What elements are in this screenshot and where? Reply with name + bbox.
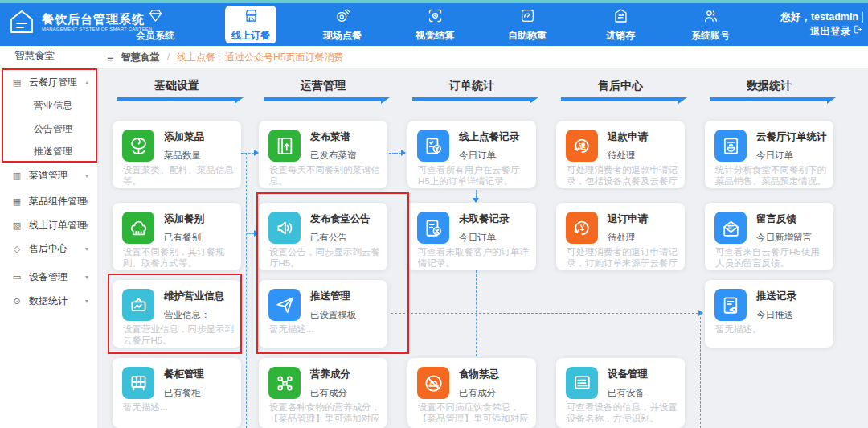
card-subtitle: 已有设备 xyxy=(608,387,645,399)
chevron-down-icon: ▾ xyxy=(85,172,88,179)
column-header-operations: 运营管理 xyxy=(259,79,387,93)
sidebar-subitem-label: 公告管理 xyxy=(34,122,72,136)
nav-onsite-ordering[interactable]: 现场点餐 xyxy=(310,3,375,46)
card-subtitle: 已设置模板 xyxy=(310,309,357,321)
divider xyxy=(862,12,863,23)
nav-inventory[interactable]: 进销存 xyxy=(588,3,653,46)
column-header-order-stats: 订单统计 xyxy=(407,79,536,93)
app-root: 餐饮后台管理系统 MANAGEMENT SYSTEM OF SMART CANT… xyxy=(0,0,868,428)
column-header-data-stats: 数据统计 xyxy=(705,79,833,93)
column-header-basic-settings: 基础设置 xyxy=(113,79,241,93)
card-device-management[interactable]: 设备管理 已有设备 可查看设备的信息，并设置设备名称，方便识别。 xyxy=(556,358,685,428)
sidebar-item-aftersales[interactable]: ◇ 售后中心 ▾ xyxy=(0,240,97,257)
card-push-management[interactable]: 推送管理 已设置模板 暂无描述... xyxy=(259,280,387,348)
mail-icon xyxy=(714,212,747,244)
card-refund-request[interactable]: 退 退款申请 待处理 可处理消费者的退款申请记录，包括设备点餐及云餐厅H5上的订… xyxy=(556,121,685,188)
card-title: 未取餐记录 xyxy=(459,212,510,226)
card-desc: 设置公告，同步显示到云餐厅H5。 xyxy=(269,246,380,269)
card-maintain-business-info[interactable]: 维护营业信息 营业信息： 设置营业信息，同步显示到云餐厅H5。 xyxy=(113,280,241,348)
card-desc: 暂无描述。 xyxy=(715,323,826,335)
nav-label: 自助称重 xyxy=(508,29,547,43)
card-desc: 可查看未取餐客户的订单详情记录。 xyxy=(418,246,529,269)
card-desc: 统计分析食堂不同餐别下的菜品销售、菜品预定情况。 xyxy=(715,164,826,187)
card-title: 添加菜品 xyxy=(164,130,204,144)
header-ribbon xyxy=(117,97,235,101)
nav-self-weighing[interactable]: 自助称重 xyxy=(495,3,559,46)
collapse-sidebar-icon[interactable]: ≡ xyxy=(107,51,114,64)
nav-member-system[interactable]: 会员系统 xyxy=(123,3,187,46)
nav-label: 系统账号 xyxy=(691,29,730,43)
nav-system-account[interactable]: 系统账号 xyxy=(678,3,743,46)
chevron-up-icon: ▴ xyxy=(85,79,88,86)
sidebar-item-dish-components[interactable]: ▦ 菜品组件管理 ▾ xyxy=(0,192,97,210)
card-title: 推送管理 xyxy=(310,290,350,303)
nav-label: 线上订餐 xyxy=(231,29,270,43)
sidebar-item-data-statistics[interactable]: ⊙ 数据统计 ▾ xyxy=(0,292,97,310)
document-x-icon xyxy=(417,212,449,244)
nav-label: 进销存 xyxy=(606,29,635,43)
card-food-taboo[interactable]: 食物禁忌 已有成分 设置不同病症饮食禁忌，【菜品管理】里可添加对应的。 xyxy=(407,358,536,428)
connector-arrow xyxy=(698,310,703,316)
sidebar-item-label: 数据统计 xyxy=(29,294,68,308)
svg-text:退: 退 xyxy=(579,142,587,150)
orders-icon: ▧ xyxy=(11,221,23,230)
unsubscribe-icon: ¥ xyxy=(566,212,598,244)
card-unclaimed-meal-records[interactable]: 未取餐记录 今日订单 可查看未取餐客户的订单详情记录。 xyxy=(407,203,536,270)
card-title: 餐柜管理 xyxy=(164,368,204,381)
sidebar-item-label: 线上订单管理 xyxy=(29,219,87,233)
header-ribbon xyxy=(710,97,827,101)
card-subtitle: 待处理 xyxy=(608,232,636,244)
breadcrumb-separator: / xyxy=(167,51,170,63)
sidebar-item-cloud-restaurant[interactable]: ▤ 云餐厅管理 ▴ xyxy=(0,73,97,91)
card-subtitle: 今日推送 xyxy=(756,309,793,321)
card-title: 发布食堂公告 xyxy=(310,212,371,226)
storefront-icon xyxy=(243,7,260,27)
chef-hat-icon xyxy=(122,212,154,244)
sidebar: 智慧食堂 ▤ 云餐厅管理 ▴ 营业信息 公告管理 推送管理 ▥ 菜谱管理 ▾ ▦… xyxy=(0,46,98,428)
house-logo-icon xyxy=(8,8,35,39)
card-feedback[interactable]: 留言反馈 今日新增留言 可查看来自云餐厅H5使用人员的留言反馈。 xyxy=(705,203,833,270)
doc-bowl-icon xyxy=(714,130,747,162)
sidebar-item-label: 云餐厅管理 xyxy=(29,76,77,89)
sidebar-item-online-orders[interactable]: ▧ 线上订单管理 ▾ xyxy=(0,216,97,234)
sidebar-item-label: 菜品组件管理 xyxy=(29,195,87,208)
card-title: 云餐厅订单统计 xyxy=(756,130,827,144)
card-unsubscribe-request[interactable]: ¥ 退订申请 待处理 可处理消费者的退订申请记录，订购订单来源于云餐厅H5上的订… xyxy=(556,203,685,270)
card-cabinet-management[interactable]: 餐柜管理 已有餐柜 暂无描述... xyxy=(113,358,241,428)
card-online-order-records[interactable]: 线上点餐记录 今日订单 可查看所有用户在云餐厅H5上的订单详情记录。 xyxy=(407,121,536,188)
card-subtitle: 已有餐别 xyxy=(164,232,201,244)
header-ribbon xyxy=(412,97,530,101)
svg-text:¥: ¥ xyxy=(579,223,584,232)
card-add-dish[interactable]: 添加菜品 菜品数量 设置菜类、配料、菜品信息等。 xyxy=(113,121,241,188)
card-cloud-order-stats[interactable]: 云餐厅订单统计 今日订单 统计分析食堂不同餐别下的菜品销售、菜品预定情况。 xyxy=(705,121,833,188)
breadcrumb-bar: ≡ 智慧食堂 / 线上点餐：通过公众号H5页面订餐消费 xyxy=(97,46,868,69)
nav-online-ordering[interactable]: 线上订餐 xyxy=(225,6,276,43)
card-subtitle: 今日订单 xyxy=(459,232,496,244)
components-icon: ▦ xyxy=(11,197,23,206)
connector-line xyxy=(246,153,247,428)
sidebar-item-business-info[interactable]: 营业信息 xyxy=(0,97,131,114)
card-title: 线上点餐记录 xyxy=(459,130,519,144)
shop-sign-icon xyxy=(122,289,154,321)
card-publish-canteen-notice[interactable]: 发布食堂公告 已有公告 设置公告，同步显示到云餐厅H5。 xyxy=(259,203,387,270)
nav-visual-checkout[interactable]: 视觉结算 xyxy=(403,3,467,46)
logout-button[interactable]: 退出登录 xyxy=(810,24,863,39)
sidebar-item-device-management[interactable]: ▭ 设备管理 ▾ xyxy=(0,268,97,286)
sidebar-item-menu-management[interactable]: ▥ 菜谱管理 ▾ xyxy=(0,167,97,184)
connector-line xyxy=(241,153,254,154)
card-add-meal-type[interactable]: 添加餐别 已有餐别 设置不同餐别，其订餐规则、取餐方式等。 xyxy=(113,203,241,270)
card-push-records[interactable]: 推送记录 今日推送 暂无描述。 xyxy=(705,280,833,348)
cabinet-icon xyxy=(122,367,154,399)
receipt-check-icon xyxy=(417,130,449,162)
card-publish-menu[interactable]: 发布菜谱 已发布菜谱 设置每天不同餐别的菜谱信息。 xyxy=(259,121,387,188)
nav-label: 现场点餐 xyxy=(323,29,362,43)
chevron-down-icon: ▾ xyxy=(85,222,88,229)
card-nutrition[interactable]: 营养成分 已有成分 设置各种食物的营养成分，【菜品管理】里可添加对应的食物及分.… xyxy=(259,358,387,428)
breadcrumb-root[interactable]: 智慧食堂 xyxy=(121,51,160,64)
card-title: 维护营业信息 xyxy=(164,290,224,303)
header-ribbon xyxy=(561,97,678,101)
sidebar-item-push-management[interactable]: 推送管理 xyxy=(0,142,131,160)
sidebar-item-notice-management[interactable]: 公告管理 xyxy=(0,120,131,138)
header-ribbon xyxy=(264,97,381,101)
card-title: 发布菜谱 xyxy=(310,130,350,144)
